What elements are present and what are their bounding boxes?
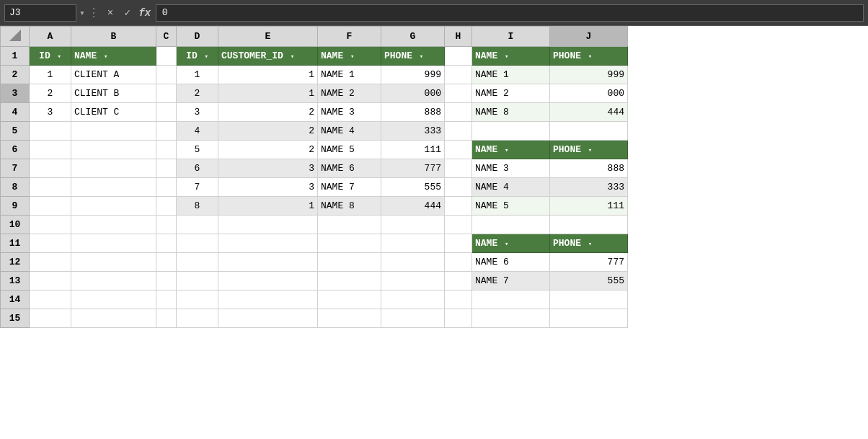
cell-f14[interactable] bbox=[318, 291, 381, 309]
cell-c11[interactable] bbox=[156, 234, 177, 253]
cell-a2[interactable]: 1 bbox=[30, 66, 71, 84]
cell-b3[interactable]: CLIENT B bbox=[71, 84, 156, 103]
cell-c8[interactable] bbox=[156, 178, 177, 197]
cell-h2[interactable] bbox=[445, 66, 472, 84]
cell-e4[interactable]: 2 bbox=[218, 103, 318, 122]
cell-h8[interactable] bbox=[445, 178, 472, 197]
cell-f3[interactable]: NAME 2 bbox=[318, 84, 381, 103]
row-header-10[interactable]: 10 bbox=[1, 216, 30, 234]
row-header-11[interactable]: 11 bbox=[1, 234, 30, 253]
col-header-f[interactable]: F bbox=[318, 27, 381, 47]
cancel-icon[interactable]: × bbox=[102, 5, 118, 21]
dropdown-arrow[interactable]: ▾ bbox=[350, 53, 354, 61]
cell-d5[interactable]: 4 bbox=[177, 122, 218, 141]
cell-f9[interactable]: NAME 8 bbox=[318, 197, 381, 216]
cell-g11[interactable] bbox=[381, 234, 445, 253]
cell-c14[interactable] bbox=[156, 291, 177, 309]
cell-i10[interactable] bbox=[472, 216, 550, 234]
row-header-12[interactable]: 12 bbox=[1, 253, 30, 272]
cell-d8[interactable]: 7 bbox=[177, 178, 218, 197]
cell-f4[interactable]: NAME 3 bbox=[318, 103, 381, 122]
spreadsheet-wrapper[interactable]: A B C D E F G H I J 1 ID ▾ N bbox=[0, 26, 868, 439]
cell-c9[interactable] bbox=[156, 197, 177, 216]
cell-g14[interactable] bbox=[381, 291, 445, 309]
col-header-c[interactable]: C bbox=[156, 27, 177, 47]
cell-d11[interactable] bbox=[177, 234, 218, 253]
cell-e7[interactable]: 3 bbox=[218, 159, 318, 178]
cell-ref-box[interactable]: J3 bbox=[4, 4, 76, 22]
cell-e6[interactable]: 2 bbox=[218, 141, 318, 159]
cell-j13[interactable]: 555 bbox=[550, 272, 628, 291]
cell-h6[interactable] bbox=[445, 141, 472, 159]
cell-c15[interactable] bbox=[156, 309, 177, 328]
cell-e9[interactable]: 1 bbox=[218, 197, 318, 216]
cell-g4[interactable]: 888 bbox=[381, 103, 445, 122]
tableC3-phone-header[interactable]: PHONE ▾ bbox=[550, 234, 628, 253]
dropdown-arrow[interactable]: ▾ bbox=[204, 53, 208, 61]
cell-f5[interactable]: NAME 4 bbox=[318, 122, 381, 141]
cell-c3[interactable] bbox=[156, 84, 177, 103]
cell-j8[interactable]: 333 bbox=[550, 178, 628, 197]
row-header-14[interactable]: 14 bbox=[1, 291, 30, 309]
cell-b6[interactable] bbox=[71, 141, 156, 159]
cell-g8[interactable]: 555 bbox=[381, 178, 445, 197]
tableC1-phone-header[interactable]: PHONE ▾ bbox=[550, 47, 628, 66]
cell-j15[interactable] bbox=[550, 309, 628, 328]
cell-c2[interactable] bbox=[156, 66, 177, 84]
cell-a5[interactable] bbox=[30, 122, 71, 141]
cell-i3[interactable]: NAME 2 bbox=[472, 84, 550, 103]
cell-i14[interactable] bbox=[472, 291, 550, 309]
row-header-9[interactable]: 9 bbox=[1, 197, 30, 216]
dropdown-arrow[interactable]: ▾ bbox=[291, 53, 294, 61]
tableB-phone-header[interactable]: PHONE ▾ bbox=[381, 47, 445, 66]
row-header-4[interactable]: 4 bbox=[1, 103, 30, 122]
cell-i8[interactable]: NAME 4 bbox=[472, 178, 550, 197]
tableA-id-header[interactable]: ID ▾ bbox=[30, 47, 71, 66]
col-header-g[interactable]: G bbox=[381, 27, 445, 47]
cell-g13[interactable] bbox=[381, 272, 445, 291]
cell-h15[interactable] bbox=[445, 309, 472, 328]
row-header-13[interactable]: 13 bbox=[1, 272, 30, 291]
col-header-a[interactable]: A bbox=[30, 27, 71, 47]
cell-d3[interactable]: 2 bbox=[177, 84, 218, 103]
col-header-j[interactable]: J bbox=[550, 27, 628, 47]
cell-ref-dropdown-icon[interactable]: ▾ bbox=[79, 7, 85, 19]
cell-b7[interactable] bbox=[71, 159, 156, 178]
cell-h12[interactable] bbox=[445, 253, 472, 272]
col-header-d[interactable]: D bbox=[177, 27, 218, 47]
cell-j3[interactable]: 000 bbox=[550, 84, 628, 103]
cell-d4[interactable]: 3 bbox=[177, 103, 218, 122]
cell-b9[interactable] bbox=[71, 197, 156, 216]
dropdown-arrow[interactable]: ▾ bbox=[505, 53, 508, 61]
cell-g6[interactable]: 111 bbox=[381, 141, 445, 159]
dropdown-arrow[interactable]: ▾ bbox=[588, 146, 592, 154]
dropdown-arrow[interactable]: ▾ bbox=[505, 240, 508, 248]
cell-b12[interactable] bbox=[71, 253, 156, 272]
cell-d14[interactable] bbox=[177, 291, 218, 309]
cell-a7[interactable] bbox=[30, 159, 71, 178]
cell-a11[interactable] bbox=[30, 234, 71, 253]
dropdown-arrow[interactable]: ▾ bbox=[420, 53, 423, 61]
cell-b10[interactable] bbox=[71, 216, 156, 234]
col-header-i[interactable]: I bbox=[472, 27, 550, 47]
cell-g12[interactable] bbox=[381, 253, 445, 272]
cell-g5[interactable]: 333 bbox=[381, 122, 445, 141]
tableB-id-header[interactable]: ID ▾ bbox=[177, 47, 218, 66]
cell-e8[interactable]: 3 bbox=[218, 178, 318, 197]
cell-e14[interactable] bbox=[218, 291, 318, 309]
cell-b14[interactable] bbox=[71, 291, 156, 309]
row-header-7[interactable]: 7 bbox=[1, 159, 30, 178]
cell-i13[interactable]: NAME 7 bbox=[472, 272, 550, 291]
formula-input[interactable] bbox=[156, 4, 864, 22]
cell-h1[interactable] bbox=[445, 47, 472, 66]
cell-h3[interactable] bbox=[445, 84, 472, 103]
cell-a15[interactable] bbox=[30, 309, 71, 328]
dropdown-arrow[interactable]: ▾ bbox=[588, 53, 592, 61]
cell-f10[interactable] bbox=[318, 216, 381, 234]
tableC2-name-header[interactable]: NAME ▾ bbox=[472, 141, 550, 159]
cell-h14[interactable] bbox=[445, 291, 472, 309]
cell-c10[interactable] bbox=[156, 216, 177, 234]
cell-d12[interactable] bbox=[177, 253, 218, 272]
cell-h13[interactable] bbox=[445, 272, 472, 291]
cell-e12[interactable] bbox=[218, 253, 318, 272]
